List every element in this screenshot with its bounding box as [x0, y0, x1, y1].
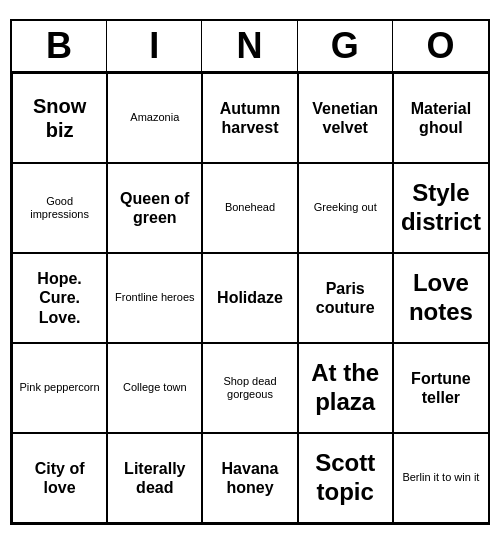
header-letter: O	[393, 21, 488, 71]
cell-text: Shop dead gorgeous	[207, 375, 292, 401]
bingo-header: BINGO	[12, 21, 488, 73]
bingo-cell: Shop dead gorgeous	[202, 343, 297, 433]
bingo-cell: Greeking out	[298, 163, 393, 253]
bingo-cell: College town	[107, 343, 202, 433]
bingo-cell: Bonehead	[202, 163, 297, 253]
cell-text: Hope. Cure. Love.	[17, 269, 102, 327]
cell-text: City of love	[17, 459, 102, 497]
header-letter: I	[107, 21, 202, 71]
bingo-cell: Snow biz	[12, 73, 107, 163]
cell-text: Material ghoul	[398, 99, 484, 137]
cell-text: Pink peppercorn	[20, 381, 100, 394]
header-letter: G	[298, 21, 393, 71]
bingo-cell: Style district	[393, 163, 488, 253]
cell-text: College town	[123, 381, 187, 394]
bingo-grid: Snow bizAmazoniaAutumn harvestVenetian v…	[12, 73, 488, 523]
cell-text: Queen of green	[112, 189, 197, 227]
cell-text: Good impressions	[17, 195, 102, 221]
cell-text: Literally dead	[112, 459, 197, 497]
bingo-cell: Literally dead	[107, 433, 202, 523]
bingo-cell: Love notes	[393, 253, 488, 343]
bingo-cell: Material ghoul	[393, 73, 488, 163]
cell-text: Frontline heroes	[115, 291, 195, 304]
bingo-cell: Paris couture	[298, 253, 393, 343]
cell-text: Greeking out	[314, 201, 377, 214]
cell-text: Autumn harvest	[207, 99, 292, 137]
bingo-cell: Frontline heroes	[107, 253, 202, 343]
bingo-cell: Venetian velvet	[298, 73, 393, 163]
bingo-cell: Fortune teller	[393, 343, 488, 433]
cell-text: Style district	[398, 179, 484, 237]
bingo-cell: Pink peppercorn	[12, 343, 107, 433]
bingo-cell: Queen of green	[107, 163, 202, 253]
header-letter: N	[202, 21, 297, 71]
bingo-cell: Good impressions	[12, 163, 107, 253]
bingo-cell: Berlin it to win it	[393, 433, 488, 523]
bingo-cell: Hope. Cure. Love.	[12, 253, 107, 343]
bingo-cell: At the plaza	[298, 343, 393, 433]
bingo-card: BINGO Snow bizAmazoniaAutumn harvestVene…	[10, 19, 490, 525]
cell-text: Berlin it to win it	[402, 471, 479, 484]
bingo-cell: City of love	[12, 433, 107, 523]
cell-text: Snow biz	[17, 94, 102, 142]
cell-text: Love notes	[398, 269, 484, 327]
bingo-cell: Amazonia	[107, 73, 202, 163]
bingo-cell: Holidaze	[202, 253, 297, 343]
cell-text: At the plaza	[303, 359, 388, 417]
cell-text: Amazonia	[130, 111, 179, 124]
bingo-cell: Scott topic	[298, 433, 393, 523]
bingo-cell: Havana honey	[202, 433, 297, 523]
header-letter: B	[12, 21, 107, 71]
cell-text: Holidaze	[217, 288, 283, 307]
cell-text: Paris couture	[303, 279, 388, 317]
cell-text: Scott topic	[303, 449, 388, 507]
cell-text: Bonehead	[225, 201, 275, 214]
cell-text: Havana honey	[207, 459, 292, 497]
cell-text: Venetian velvet	[303, 99, 388, 137]
bingo-cell: Autumn harvest	[202, 73, 297, 163]
cell-text: Fortune teller	[398, 369, 484, 407]
